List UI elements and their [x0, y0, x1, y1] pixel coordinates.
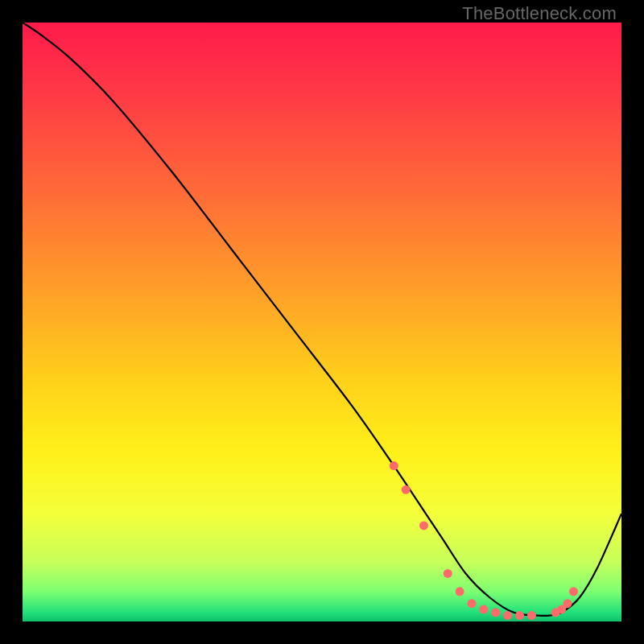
- highlight-point: [515, 611, 524, 620]
- highlight-point: [402, 485, 411, 494]
- highlight-point: [390, 461, 398, 470]
- chart-background: [23, 23, 621, 621]
- highlight-point: [479, 605, 488, 614]
- highlight-point: [491, 608, 500, 617]
- bottleneck-chart: [23, 23, 621, 621]
- highlight-point: [468, 599, 477, 608]
- highlight-point: [456, 587, 464, 596]
- highlight-point: [527, 611, 536, 620]
- highlight-point: [444, 569, 452, 578]
- highlight-point: [503, 611, 512, 620]
- highlight-point: [564, 599, 572, 608]
- chart-frame: [23, 23, 621, 621]
- highlight-point: [419, 521, 428, 530]
- highlight-point: [569, 587, 578, 596]
- watermark-text: TheBottleneck.com: [462, 3, 617, 24]
